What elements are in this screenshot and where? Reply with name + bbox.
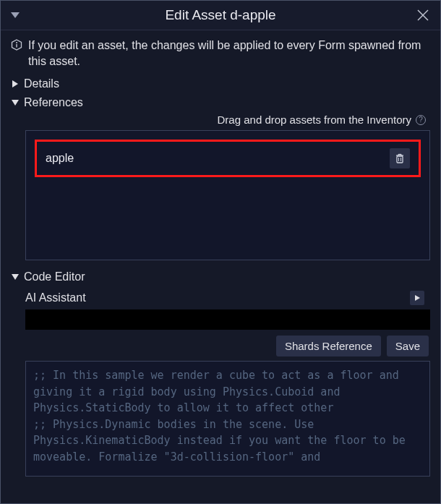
references-drop-area[interactable]: apple <box>25 130 430 260</box>
section-details-label: Details <box>24 77 59 90</box>
svg-marker-0 <box>11 12 20 18</box>
svg-marker-16 <box>415 295 420 301</box>
drag-hint-row: Drag and drop assets from the Inventory … <box>25 114 430 126</box>
svg-marker-6 <box>12 80 18 87</box>
code-editor-buttons: Shards Reference Save <box>25 336 430 356</box>
svg-point-4 <box>16 42 17 43</box>
section-code-editor-label: Code Editor <box>24 270 85 283</box>
info-row: If you edit an asset, the changes will b… <box>1 35 440 74</box>
info-icon <box>11 39 22 51</box>
ai-assistant-input[interactable] <box>25 309 430 330</box>
window-title: Edit Asset d-apple <box>27 7 414 23</box>
save-button[interactable]: Save <box>387 336 429 356</box>
delete-reference-button[interactable] <box>390 148 410 168</box>
code-textarea[interactable]: ;; In this sample we render a cube to ac… <box>25 361 430 477</box>
section-references-body: Drag and drop assets from the Inventory … <box>1 112 440 263</box>
section-references-label: References <box>24 96 83 109</box>
section-code-editor-header[interactable]: Code Editor <box>1 268 440 286</box>
reference-item[interactable]: apple <box>35 140 421 177</box>
section-code-editor-body: AI Assistant Shards Reference Save ;; In… <box>1 286 440 499</box>
expand-down-icon <box>11 98 20 107</box>
section-details-header[interactable]: Details <box>1 74 440 93</box>
titlebar: Edit Asset d-apple <box>1 1 440 30</box>
close-button[interactable] <box>414 7 432 24</box>
expand-right-icon <box>11 80 20 88</box>
ai-run-button[interactable] <box>410 291 424 305</box>
ai-assistant-label: AI Assistant <box>25 291 86 304</box>
svg-marker-15 <box>12 274 19 280</box>
shards-reference-button[interactable]: Shards Reference <box>276 336 381 356</box>
svg-rect-8 <box>397 156 403 163</box>
ai-assistant-row: AI Assistant <box>25 288 430 309</box>
edit-asset-window: Edit Asset d-apple If you edit an asset,… <box>0 0 441 504</box>
drag-hint-text: Drag and drop assets from the Inventory <box>218 114 411 126</box>
trash-icon <box>394 153 406 164</box>
svg-marker-7 <box>12 100 19 106</box>
help-icon[interactable]: ? <box>416 115 426 125</box>
expand-down-icon <box>11 273 20 281</box>
collapse-panel-icon[interactable] <box>9 9 21 21</box>
info-text: If you edit an asset, the changes will b… <box>28 38 430 69</box>
content-area: If you edit an asset, the changes will b… <box>1 30 440 503</box>
play-icon <box>414 294 421 302</box>
reference-item-label: apple <box>46 152 74 165</box>
svg-rect-5 <box>16 44 17 48</box>
section-references-header[interactable]: References <box>1 93 440 112</box>
